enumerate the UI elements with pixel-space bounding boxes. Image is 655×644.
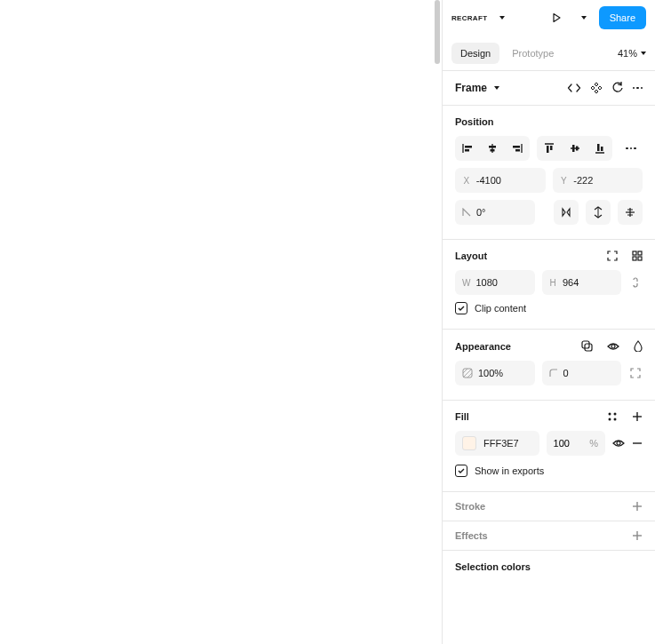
fill-opacity-input[interactable]: 100 % <box>547 431 605 456</box>
frame-type-chevron[interactable] <box>494 86 499 90</box>
add-fill-icon[interactable] <box>632 411 643 422</box>
brand-chevron[interactable] <box>494 5 510 30</box>
fill-opacity-value[interactable]: 100 <box>554 438 570 449</box>
opacity-icon <box>462 368 473 378</box>
brand-label: RECRAFT <box>451 14 487 22</box>
show-exports-checkbox[interactable] <box>455 465 467 477</box>
lock-aspect-icon[interactable] <box>628 276 643 289</box>
radius-icon <box>549 369 558 378</box>
play-button[interactable] <box>544 5 569 30</box>
auto-layout-icon[interactable] <box>607 250 618 261</box>
selection-colors-title: Selection colors <box>455 561 643 572</box>
svg-rect-5 <box>491 149 495 152</box>
h-input-wrap[interactable]: H <box>542 270 622 295</box>
svg-rect-28 <box>585 344 592 351</box>
top-toolbar: RECRAFT Share <box>443 0 655 36</box>
w-input-wrap[interactable]: W <box>455 270 535 295</box>
frame-title[interactable]: Frame <box>455 82 487 94</box>
align-top-button[interactable] <box>537 136 562 161</box>
play-options-chevron[interactable] <box>576 5 592 30</box>
clip-checkbox[interactable] <box>455 302 467 314</box>
more-icon[interactable] <box>633 87 643 90</box>
visibility-icon[interactable] <box>607 342 619 351</box>
flip-v-button[interactable] <box>586 200 611 225</box>
add-stroke-icon[interactable] <box>632 501 643 512</box>
grid-icon[interactable] <box>632 250 643 261</box>
align-v-group <box>537 136 611 161</box>
w-label: W <box>462 278 470 288</box>
effects-title: Effects <box>455 530 632 541</box>
align-h-group <box>455 136 530 161</box>
stroke-title: Stroke <box>455 501 632 512</box>
svg-point-31 <box>609 413 611 416</box>
radius-input-wrap[interactable] <box>542 361 622 386</box>
rotation-icon <box>462 208 471 217</box>
y-input-wrap[interactable]: Y <box>553 168 643 193</box>
frame-section: Frame <box>443 71 655 106</box>
remove-fill-icon[interactable] <box>632 438 643 449</box>
reset-icon[interactable] <box>611 82 624 94</box>
droplet-icon[interactable] <box>634 340 643 352</box>
panel-tabs: Design Prototype 41% <box>443 36 655 71</box>
svg-rect-27 <box>582 341 589 348</box>
align-v-center-button[interactable] <box>563 136 587 161</box>
opacity-input[interactable] <box>478 368 528 378</box>
stroke-section[interactable]: Stroke <box>443 492 655 521</box>
blend-mode-icon[interactable] <box>581 340 593 352</box>
dev-mode-icon[interactable] <box>567 83 581 93</box>
clip-label: Clip content <box>475 303 526 314</box>
radius-input[interactable] <box>563 368 615 378</box>
rotation-input[interactable] <box>476 207 528 218</box>
svg-rect-14 <box>576 147 579 151</box>
svg-rect-16 <box>597 144 600 151</box>
y-input[interactable] <box>573 175 635 186</box>
show-exports-row[interactable]: Show in exports <box>455 465 643 477</box>
tidy-button[interactable] <box>618 200 643 225</box>
svg-rect-26 <box>638 257 642 260</box>
svg-rect-8 <box>515 149 520 152</box>
clip-content-row[interactable]: Clip content <box>455 302 643 314</box>
x-input-wrap[interactable]: X <box>455 168 546 193</box>
align-right-button[interactable] <box>505 136 530 161</box>
fill-opacity-pct: % <box>589 438 598 449</box>
zoom-value: 41% <box>618 48 637 59</box>
svg-point-37 <box>617 441 620 445</box>
canvas-area[interactable] <box>0 0 442 644</box>
fill-hex[interactable]: FFF3E7 <box>483 438 532 449</box>
rotation-input-wrap[interactable] <box>455 200 535 225</box>
svg-rect-4 <box>489 146 496 148</box>
svg-rect-11 <box>550 146 553 150</box>
svg-rect-23 <box>633 251 636 255</box>
show-exports-label: Show in exports <box>475 465 544 476</box>
height-input[interactable] <box>563 277 614 288</box>
chevron-down-icon <box>641 52 646 55</box>
component-icon[interactable] <box>590 82 603 94</box>
individual-corners-icon[interactable] <box>628 368 643 378</box>
x-input[interactable] <box>476 175 539 186</box>
align-left-button[interactable] <box>455 136 480 161</box>
tab-prototype[interactable]: Prototype <box>503 43 563 64</box>
share-button[interactable]: Share <box>599 6 646 29</box>
styles-icon[interactable] <box>607 411 618 422</box>
svg-rect-1 <box>465 146 472 148</box>
fill-section: Fill FFF3E7 100 % Show in exports <box>443 401 655 492</box>
align-bottom-button[interactable] <box>587 136 612 161</box>
fill-color-input[interactable]: FFF3E7 <box>455 431 539 456</box>
align-h-center-button[interactable] <box>480 136 505 161</box>
add-effect-icon[interactable] <box>632 530 643 541</box>
flip-h-button[interactable] <box>554 200 579 225</box>
zoom-control[interactable]: 41% <box>618 48 646 59</box>
width-input[interactable] <box>475 277 527 288</box>
svg-rect-13 <box>572 145 575 152</box>
effects-section[interactable]: Effects <box>443 521 655 551</box>
fill-swatch[interactable] <box>462 436 476 450</box>
x-label: X <box>462 176 471 186</box>
h-label: H <box>549 278 557 288</box>
align-more-icon[interactable] <box>619 136 643 161</box>
appearance-section: Appearance <box>443 330 655 401</box>
properties-panel: RECRAFT Share Design Prototype 41% Frame <box>442 0 655 644</box>
vertical-scrollbar[interactable] <box>435 0 440 64</box>
fill-visibility-icon[interactable] <box>612 439 625 448</box>
opacity-input-wrap[interactable] <box>455 361 535 386</box>
tab-design[interactable]: Design <box>451 43 499 64</box>
